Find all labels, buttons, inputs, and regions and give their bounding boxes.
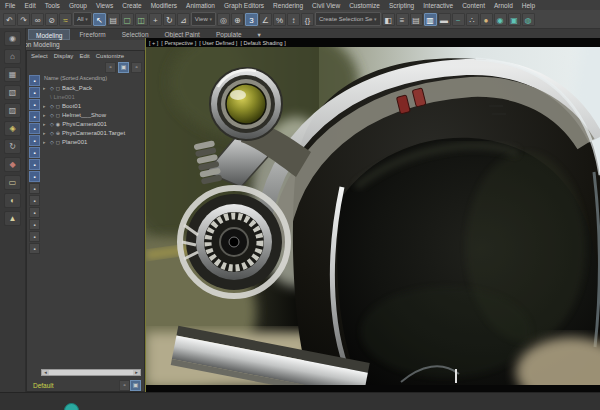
expand-arrow-icon[interactable]: ▸ [43, 139, 48, 145]
menu-graph-editors[interactable]: Graph Editors [224, 2, 264, 9]
menu-edit[interactable]: Edit [24, 2, 35, 9]
list-item[interactable]: ▸◇◻Plane001 [43, 137, 144, 146]
render-setup-icon[interactable]: ◉ [494, 13, 507, 26]
tab-modeling[interactable]: Modeling [28, 29, 70, 40]
filter-settings-icon[interactable]: ▪ [29, 243, 40, 254]
scroll-right-icon[interactable]: ▸ [133, 370, 140, 375]
material-editor-icon[interactable]: ● [480, 13, 493, 26]
filter-cameras-icon[interactable]: ▪ [29, 123, 40, 134]
menu-arnold[interactable]: Arnold [494, 2, 513, 9]
filter-lights-icon[interactable]: ▪ [29, 111, 40, 122]
menu-rendering[interactable]: Rendering [273, 2, 303, 9]
menu-interactive[interactable]: Interactive [423, 2, 453, 9]
percent-snap-icon[interactable]: % [273, 13, 286, 26]
curve-editor-icon[interactable]: ~ [452, 13, 465, 26]
filter-groups-icon[interactable]: ▪ [29, 159, 40, 170]
tab-freeform[interactable]: Freeform [72, 29, 112, 40]
edit-named-selection-sets-icon[interactable]: {} [301, 13, 314, 26]
visibility-icon[interactable]: ◇ [50, 112, 54, 118]
expand-arrow-icon[interactable]: ▸ [43, 121, 48, 127]
use-pivot-point-center-icon[interactable]: ◎ [217, 13, 230, 26]
rotate-tool-icon[interactable]: ↻ [4, 139, 21, 154]
unlink-selection-icon[interactable]: ⊘ [45, 13, 58, 26]
filter-helpers-icon[interactable]: ▪ [29, 135, 40, 146]
explorer-menu-display[interactable]: Display [54, 53, 74, 59]
horizontal-scrollbar[interactable]: ◂ ▸ [41, 369, 141, 376]
expand-arrow-icon[interactable]: ▸ [43, 130, 48, 136]
menu-scripting[interactable]: Scripting [389, 2, 414, 9]
explorer-menu-customize[interactable]: Customize [96, 53, 124, 59]
filter-shapes-icon[interactable]: ▪ [29, 99, 40, 110]
expand-arrow-icon[interactable]: ▸ [43, 85, 48, 91]
angle-snap-icon[interactable]: ∠ [259, 13, 272, 26]
undo-icon[interactable]: ↶ [3, 13, 16, 26]
select-by-name-icon[interactable]: ▤ [107, 13, 120, 26]
menu-views[interactable]: Views [96, 2, 113, 9]
select-and-manipulate-icon[interactable]: ⊕ [231, 13, 244, 26]
scene-eye-icon[interactable]: ◉ [4, 31, 21, 46]
render-production-icon[interactable]: ◍ [522, 13, 535, 26]
grid-layout-2-icon[interactable]: ▧ [4, 85, 21, 100]
filter-all-icon[interactable]: ▪ [29, 75, 40, 86]
list-item[interactable]: ▸◇◻Helmet___Show [43, 110, 144, 119]
select-and-link-icon[interactable]: ∞ [31, 13, 44, 26]
rectangular-selection-region-icon[interactable]: ▢ [121, 13, 134, 26]
filter-spacewarps-icon[interactable]: ▪ [29, 147, 40, 158]
snaps-toggle-icon[interactable]: 3 [245, 13, 258, 26]
schematic-view-icon[interactable]: ∴ [466, 13, 479, 26]
sphere-primitive-icon[interactable]: ◐ [4, 193, 21, 208]
named-selection-sets-dropdown[interactable]: Create Selection Se ▾ [315, 12, 381, 26]
filter-frozen-icon[interactable]: ▪ [29, 219, 40, 230]
filter-materials-icon[interactable]: ▪ [29, 207, 40, 218]
filter-geometry-icon[interactable]: ▪ [29, 87, 40, 98]
menu-civil-view[interactable]: Civil View [312, 2, 340, 9]
selection-filter-dropdown[interactable]: All ▾ [73, 12, 92, 26]
perspective-viewport[interactable] [145, 47, 600, 385]
cone-primitive-icon[interactable]: ▲ [4, 211, 21, 226]
footer-list-icon[interactable]: ▫ [119, 380, 130, 391]
viewport-menu-general[interactable]: [ + ] [149, 40, 158, 46]
list-item[interactable]: ▸◇⊕PhysCamera001.Target [43, 128, 144, 137]
paint-tool-icon[interactable]: ◆ [4, 157, 21, 172]
viewport-menu-pov[interactable]: [ Perspective ] [161, 40, 196, 46]
reference-coordinate-dropdown[interactable]: View ▾ [191, 12, 216, 26]
layer-explorer-icon[interactable]: ▤ [410, 13, 423, 26]
list-item[interactable]: \Line001 [43, 92, 144, 101]
explorer-sync-icon[interactable]: ▣ [118, 62, 129, 73]
mirror-icon[interactable]: ◧ [382, 13, 395, 26]
grid-layout-icon[interactable]: ▦ [4, 67, 21, 82]
scroll-left-icon[interactable]: ◂ [42, 370, 49, 375]
window-crossing-icon[interactable]: ◫ [135, 13, 148, 26]
bind-to-space-warp-icon[interactable]: ≈ [59, 13, 72, 26]
menu-create[interactable]: Create [122, 2, 142, 9]
rendered-frame-window-icon[interactable]: ▣ [508, 13, 521, 26]
filter-bones-icon[interactable]: ▪ [29, 183, 40, 194]
explorer-lock-icon[interactable]: ▫ [131, 62, 142, 73]
scene-explorer-toggle-icon[interactable]: ▥ [424, 13, 437, 26]
select-and-scale-icon[interactable]: ⊿ [177, 13, 190, 26]
viewport-menu-view[interactable]: [ User Defined ] [199, 40, 237, 46]
menu-tools[interactable]: Tools [45, 2, 60, 9]
spinner-snap-icon[interactable]: ↕ [287, 13, 300, 26]
grid-layout-3-icon[interactable]: ▨ [4, 103, 21, 118]
menu-help[interactable]: Help [522, 2, 535, 9]
menu-content[interactable]: Content [462, 2, 485, 9]
visibility-icon[interactable]: ◇ [50, 139, 54, 145]
visibility-icon[interactable]: ◇ [50, 121, 54, 127]
footer-view-icon[interactable]: ▣ [130, 380, 141, 391]
align-icon[interactable]: ≡ [396, 13, 409, 26]
menu-animation[interactable]: Animation [186, 2, 215, 9]
menu-group[interactable]: Group [69, 2, 87, 9]
list-item[interactable]: ▸◇◻Back_Pack [43, 83, 144, 92]
select-and-rotate-icon[interactable]: ↻ [163, 13, 176, 26]
filter-containers-icon[interactable]: ▪ [29, 195, 40, 206]
menu-customize[interactable]: Customize [349, 2, 380, 9]
explorer-menu-select[interactable]: Select [31, 53, 48, 59]
default-set-label[interactable]: Default [33, 382, 119, 389]
explorer-find-icon[interactable]: ▫ [105, 62, 116, 73]
material-gem-icon[interactable]: ◈ [4, 121, 21, 136]
visibility-icon[interactable]: ◇ [50, 85, 54, 91]
select-and-move-icon[interactable]: + [149, 13, 162, 26]
viewport-menu-shading[interactable]: [ Default Shading ] [240, 40, 285, 46]
expand-arrow-icon[interactable]: ▸ [43, 103, 48, 109]
